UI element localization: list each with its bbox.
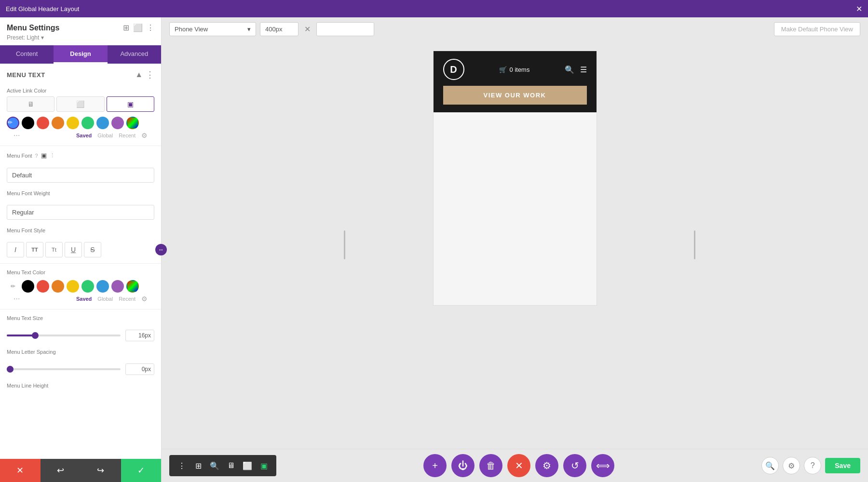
saved-label[interactable]: Saved [76,133,92,138]
swatch-settings-icon[interactable]: ⚙ [141,132,148,139]
tool-phone-btn[interactable]: ▣ [256,458,271,473]
text-color-orange[interactable] [52,280,64,293]
menu-font-select[interactable]: Default [7,168,154,183]
color-yellow[interactable] [67,117,79,129]
color-green[interactable] [81,117,94,129]
section-menu-icon[interactable]: ⋮ [146,69,154,80]
right-help-btn[interactable]: ? [804,457,821,474]
text-color-eyedropper[interactable]: ✏ [7,280,19,293]
confirm-button[interactable]: ✓ [121,459,162,482]
font-more-icon[interactable]: ⋮ [50,152,55,159]
text-color-blue[interactable] [96,280,109,293]
view-select-wrapper[interactable]: Phone View ▾ [169,22,256,36]
text-saved-label[interactable]: Saved [76,296,92,302]
resize-handle[interactable]: ↔ [155,244,167,255]
menu-text-size-track[interactable] [7,335,121,336]
add-btn[interactable]: + [423,454,447,477]
search-icon: 🔍 [565,65,574,74]
extra-input[interactable] [316,22,374,36]
tab-content[interactable]: Content [0,45,54,64]
help-icon[interactable]: ? [35,153,38,159]
uppercase-btn[interactable]: TT [26,242,43,257]
color-orange[interactable] [52,117,64,129]
text-color-red[interactable] [37,280,49,293]
preview-logo: D [443,59,464,80]
font-device-icon[interactable]: ▣ [41,152,47,159]
right-settings-btn[interactable]: ⚙ [783,457,800,474]
width-input[interactable] [260,22,298,36]
tool-menu-btn[interactable]: ⋮ [174,458,190,473]
text-recent-label[interactable]: Recent [119,296,136,302]
view-select[interactable]: Phone View [175,26,244,33]
text-swatch-dots[interactable]: ··· [14,295,20,303]
menu-text-size-input[interactable]: 16px [125,330,154,341]
underline-btn[interactable]: U [65,242,82,257]
tool-grid-btn[interactable]: ⊞ [190,458,206,473]
eyedropper-swatch[interactable]: ✏ [7,117,19,129]
menu-letter-spacing-track[interactable] [7,368,121,370]
color-red[interactable] [37,117,49,129]
active-link-color-row: Active Link Color 🖥 ⬜ ▣ ✏ [0,84,161,144]
close-icon[interactable]: ✕ [856,4,862,13]
recent-label[interactable]: Recent [119,133,136,138]
panel-icon-grid[interactable]: ⊞ [123,23,129,32]
make-default-button[interactable]: Make Default Phone View [774,22,860,36]
preview-cta-button[interactable]: VIEW OUR WORK [443,86,587,105]
color-black[interactable] [22,117,34,129]
view-select-arrow: ▾ [247,26,251,33]
panel-icon-layout[interactable]: ⬜ [133,23,143,32]
text-global-label[interactable]: Global [97,296,113,302]
text-color-green[interactable] [81,280,94,293]
active-link-color-label: Active Link Color [7,88,154,94]
transform-btn[interactable]: ⟺ [591,454,614,477]
menu-text-size-thumb[interactable] [32,332,39,339]
preview-header-top: D 🛒 0 items 🔍 ☰ [443,59,587,80]
text-color-custom[interactable] [126,280,139,293]
panel-icon-more[interactable]: ⋮ [147,23,154,32]
width-clear-icon[interactable]: ✕ [302,23,312,36]
phone-preview: D 🛒 0 items 🔍 ☰ VIEW OUR WORK [433,51,597,306]
device-tablet[interactable]: ⬜ [56,96,104,112]
undo-button[interactable]: ↩ [41,459,81,482]
settings-btn[interactable]: ⚙ [535,454,558,477]
section-toggle-icon[interactable]: ▲ [135,70,143,79]
preview-handle-left[interactable] [344,230,345,259]
color-purple[interactable] [111,117,124,129]
tool-desktop-btn[interactable]: 🖥 [223,458,239,473]
delete-btn[interactable]: 🗑 [479,454,502,477]
cancel-button[interactable]: ✕ [0,459,41,482]
bottom-right-tools: 🔍 ⚙ ? Save [761,457,860,474]
tool-search-btn[interactable]: 🔍 [207,458,222,473]
strikethrough-btn[interactable]: S [84,242,101,257]
italic-btn[interactable]: I [7,242,24,257]
close-btn[interactable]: ✕ [507,454,530,477]
preview-handle-right[interactable] [694,230,695,259]
right-search-btn[interactable]: 🔍 [761,457,779,474]
text-color-swatch-row: ··· Saved Global Recent ⚙ [7,295,154,303]
tool-tablet-btn[interactable]: ⬜ [240,458,255,473]
text-swatch-settings-icon[interactable]: ⚙ [141,295,148,303]
history-btn[interactable]: ↺ [563,454,586,477]
menu-letter-spacing-input[interactable]: 0px [125,363,154,375]
tab-design[interactable]: Design [54,45,107,64]
menu-text-section-header: Menu Text ▲ ⋮ [0,64,161,84]
global-label[interactable]: Global [97,133,113,138]
color-custom[interactable] [126,117,139,129]
swatch-dots[interactable]: ··· [14,131,20,140]
text-color-black[interactable] [22,280,34,293]
device-phone[interactable]: ▣ [107,96,154,112]
save-button[interactable]: Save [825,458,860,473]
tab-advanced[interactable]: Advanced [108,45,161,64]
device-desktop[interactable]: 🖥 [7,96,54,112]
text-color-yellow[interactable] [67,280,79,293]
divider-2 [0,263,161,264]
text-color-purple[interactable] [111,280,124,293]
power-btn[interactable]: ⏻ [451,454,475,477]
panel-title-row: Menu Settings ⊞ ⬜ ⋮ [7,23,154,32]
redo-button[interactable]: ↪ [81,459,121,482]
capitalize-btn[interactable]: Tt [45,242,63,257]
active-link-color-swatches: ✏ [7,115,154,131]
color-blue[interactable] [96,117,109,129]
menu-letter-spacing-thumb[interactable] [7,366,14,373]
menu-font-weight-select[interactable]: Regular [7,205,154,220]
